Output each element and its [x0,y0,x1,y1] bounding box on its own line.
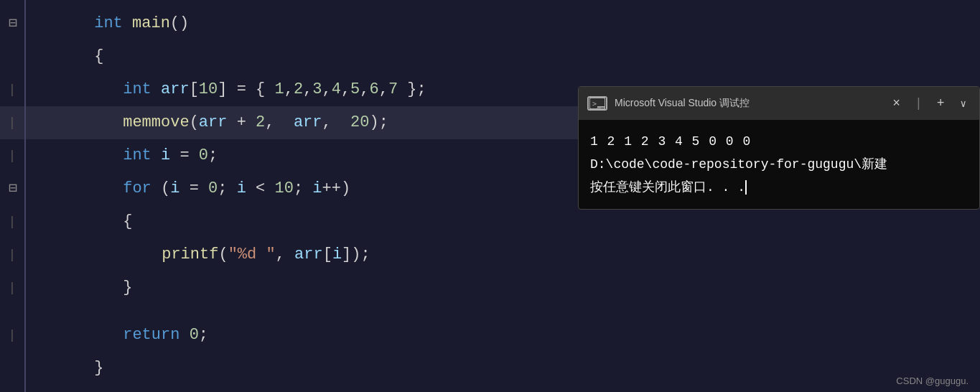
terminal-output-line2: D:\code\code-repository-for-gugugu\新建 [590,153,968,176]
line-gutter-1: ⊟ [0,7,26,40]
separator: | [915,96,923,111]
line-gutter-9: | [0,271,26,304]
watermark: CSDN @gugugu. [896,375,969,386]
code-line-12: } [0,352,980,385]
terminal-dropdown-button[interactable]: ∨ [956,98,971,110]
line-gutter-11: | [0,319,26,352]
line-gutter-8: | [0,238,26,271]
code-content-12: } [26,319,980,392]
terminal-close-button[interactable]: × [888,96,905,111]
svg-text:>_: >_ [592,100,602,108]
cursor [745,180,747,195]
line-gutter-7: | [0,205,26,238]
terminal-title: Microsoft Visual Studio 调试控 [615,97,881,110]
terminal-titlebar: >_ Microsoft Visual Studio 调试控 × | + ∨ [579,87,979,120]
line-gutter-4: | [0,106,26,139]
line-gutter-3: | [0,73,26,106]
line-gutter-5: | [0,139,26,172]
terminal-body: 1 2 1 2 3 4 5 0 0 0 D:\code\code-reposit… [579,120,979,209]
terminal-popup: >_ Microsoft Visual Studio 调试控 × | + ∨ 1… [578,86,980,210]
line-gutter-6: ⊟ [0,172,26,205]
terminal-output-line3: 按任意键关闭此窗口. . . [590,176,968,199]
terminal-output-line1: 1 2 1 2 3 4 5 0 0 0 [590,130,968,153]
terminal-icon: >_ [587,96,607,111]
code-editor: ⊟ int main() { | int arr[10] = { 1,2,3,4… [0,0,980,392]
terminal-add-button[interactable]: + [933,96,949,111]
